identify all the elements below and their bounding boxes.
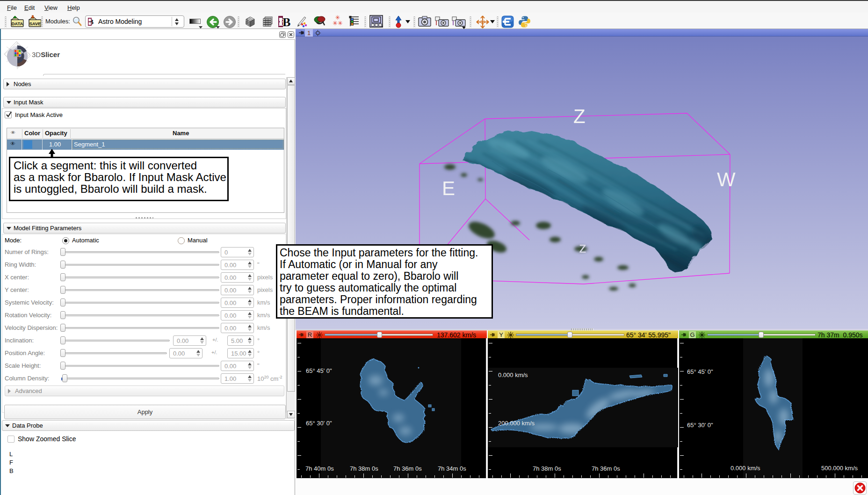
svg-text:DATA: DATA: [12, 21, 23, 26]
svg-text:Z: Z: [573, 105, 586, 127]
svg-text:B: B: [282, 15, 290, 28]
svg-text:W: W: [717, 168, 736, 190]
svg-text:E: E: [442, 177, 455, 199]
svg-text:z: z: [579, 239, 586, 256]
svg-text:SAVE: SAVE: [29, 21, 41, 26]
